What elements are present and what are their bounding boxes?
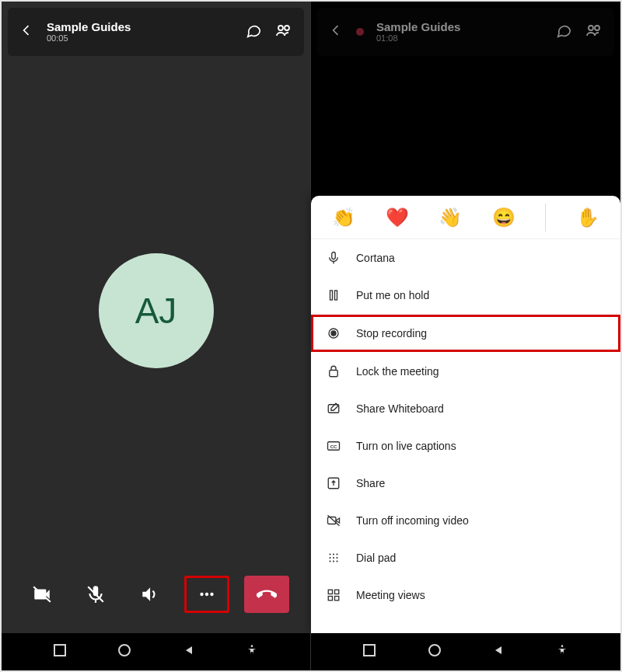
menu-item-label: Share Whiteboard — [356, 402, 444, 415]
nav-home-icon[interactable] — [428, 643, 442, 660]
reaction-heart[interactable]: ❤️ — [386, 207, 409, 228]
avatar-initials: AJ — [135, 290, 177, 332]
call-header: Sample Guides 00:05 — [8, 8, 304, 56]
svg-point-30 — [333, 557, 334, 559]
nav-accessibility-icon[interactable] — [246, 644, 258, 660]
menu-item-label: Share — [356, 477, 385, 489]
svg-rect-8 — [54, 645, 65, 656]
svg-point-5 — [200, 593, 203, 596]
svg-text:CC: CC — [330, 444, 337, 449]
chat-icon[interactable] — [555, 22, 572, 42]
svg-point-6 — [204, 593, 208, 596]
more-options-sheet: 👏 ❤️ 👋 😄 ✋ CortanaPut me on holdStop rec… — [311, 196, 620, 633]
svg-point-7 — [210, 593, 213, 596]
menu-item-label: Meeting views — [356, 589, 425, 601]
svg-point-10 — [251, 645, 253, 647]
svg-point-34 — [336, 560, 337, 562]
menu-item-label: Cortana — [356, 252, 395, 264]
menu-item-dialpad[interactable]: Dial pad — [311, 539, 620, 576]
call-title: Sample Guides — [47, 21, 131, 34]
svg-point-29 — [329, 557, 330, 559]
nav-back-icon[interactable] — [183, 645, 194, 659]
videooff-icon — [325, 514, 342, 528]
dialpad-icon — [325, 551, 342, 565]
reaction-smile[interactable]: 😄 — [492, 207, 515, 228]
menu-item-share[interactable]: Share — [311, 465, 620, 502]
svg-point-18 — [331, 331, 336, 336]
svg-rect-19 — [330, 371, 338, 377]
call-title-block: Sample Guides 00:05 — [47, 21, 131, 44]
menu-item-label: Put me on hold — [356, 289, 429, 301]
nav-home-icon[interactable] — [117, 643, 131, 660]
menu-item-label: Lock the meeting — [356, 365, 439, 378]
menu-item-whiteboard[interactable]: Share Whiteboard — [311, 390, 620, 427]
call-screen-left: Sample Guides 00:05 AJ — [2, 2, 311, 670]
menu-item-lock[interactable]: Lock the meeting — [311, 353, 620, 390]
pause-icon — [325, 288, 342, 302]
svg-point-28 — [336, 553, 337, 555]
svg-rect-39 — [364, 645, 375, 656]
svg-point-11 — [589, 26, 593, 30]
android-nav — [311, 633, 620, 670]
lock-icon — [325, 364, 342, 378]
menu-item-views[interactable]: Meeting views — [311, 576, 620, 614]
nav-accessibility-icon[interactable] — [556, 644, 568, 660]
svg-rect-24 — [328, 517, 337, 524]
reaction-raise-hand[interactable]: ✋ — [576, 207, 599, 228]
call-timer: 01:08 — [376, 33, 460, 43]
whiteboard-icon — [325, 402, 342, 416]
svg-rect-36 — [335, 590, 339, 594]
svg-point-40 — [429, 645, 440, 656]
camera-off-button[interactable] — [23, 575, 61, 614]
svg-point-31 — [336, 557, 337, 559]
call-body: AJ — [2, 62, 310, 559]
svg-rect-37 — [328, 597, 332, 601]
call-title: Sample Guides — [376, 21, 460, 34]
menu-item-label: Turn off incoming video — [356, 514, 469, 527]
record-icon — [325, 326, 342, 340]
menu-item-label: Dial pad — [356, 552, 396, 564]
svg-point-12 — [595, 26, 599, 30]
svg-point-27 — [333, 553, 334, 555]
reaction-wave[interactable]: 👋 — [439, 207, 462, 228]
call-title-block: Sample Guides 01:08 — [376, 21, 460, 44]
participant-avatar: AJ — [99, 253, 214, 368]
svg-point-41 — [561, 645, 564, 647]
separator — [545, 204, 546, 232]
nav-recents-icon[interactable] — [363, 644, 376, 660]
people-icon[interactable] — [274, 21, 293, 43]
svg-rect-13 — [332, 252, 336, 259]
menu-item-mic[interactable]: Cortana — [311, 239, 620, 277]
svg-rect-16 — [335, 291, 337, 300]
menu-item-cc[interactable]: CCTurn on live captions — [311, 427, 620, 465]
speaker-button[interactable] — [130, 575, 169, 614]
mic-icon — [325, 251, 342, 265]
call-header: Sample Guides 01:08 — [317, 8, 614, 56]
svg-rect-35 — [328, 590, 332, 594]
nav-recents-icon[interactable] — [54, 644, 66, 660]
people-icon[interactable] — [585, 21, 603, 43]
svg-rect-38 — [335, 597, 339, 601]
svg-point-9 — [119, 645, 130, 656]
menu-item-label: Turn on live captions — [356, 440, 456, 452]
svg-point-33 — [333, 560, 334, 562]
chat-icon[interactable] — [245, 22, 262, 42]
reaction-clap[interactable]: 👏 — [332, 207, 355, 228]
more-options-button[interactable] — [184, 576, 229, 613]
nav-back-icon[interactable] — [493, 645, 504, 659]
menu-item-record[interactable]: Stop recording — [311, 315, 620, 352]
call-controls — [8, 559, 304, 630]
menu-item-videooff[interactable]: Turn off incoming video — [311, 502, 620, 539]
share-icon — [325, 476, 342, 490]
views-icon — [325, 588, 342, 602]
svg-point-26 — [329, 553, 330, 555]
back-icon[interactable] — [19, 23, 34, 41]
end-call-button[interactable] — [244, 576, 289, 613]
svg-point-1 — [285, 26, 289, 30]
menu-item-label: Stop recording — [356, 327, 427, 339]
back-icon[interactable] — [328, 23, 344, 41]
recording-indicator-icon — [356, 28, 364, 36]
menu-item-pause[interactable]: Put me on hold — [311, 277, 620, 314]
cc-icon: CC — [325, 439, 342, 453]
mic-off-button[interactable] — [76, 575, 115, 614]
